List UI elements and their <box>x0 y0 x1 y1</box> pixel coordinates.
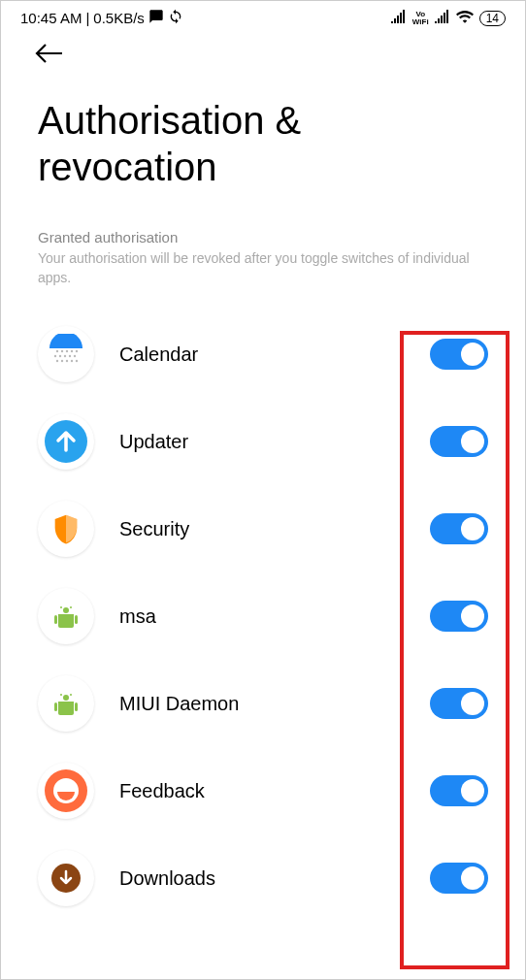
sync-icon <box>168 9 183 27</box>
list-item: Feedback <box>38 747 488 834</box>
status-data-rate: 0.5KB/s <box>93 10 145 26</box>
status-bar-right: VoWiFi 14 <box>391 10 506 26</box>
svg-point-22 <box>63 695 69 701</box>
section-title: Granted authorisation <box>38 229 488 245</box>
svg-point-15 <box>76 360 78 362</box>
app-label: Calendar <box>119 343 405 366</box>
toggle-downloads[interactable] <box>430 863 488 894</box>
svg-point-12 <box>61 360 63 362</box>
app-label: msa <box>119 605 405 628</box>
svg-point-23 <box>60 694 62 696</box>
svg-rect-20 <box>54 615 57 624</box>
list-item: Security <box>38 485 488 572</box>
app-label: Feedback <box>119 780 405 802</box>
svg-point-8 <box>64 355 66 357</box>
svg-point-9 <box>69 355 71 357</box>
list-item: msa <box>38 572 488 660</box>
svg-point-24 <box>70 694 72 696</box>
svg-rect-26 <box>75 702 78 711</box>
app-label: Downloads <box>119 867 405 890</box>
updater-icon <box>38 413 94 470</box>
svg-point-7 <box>59 355 61 357</box>
toggle-calendar[interactable] <box>430 339 488 370</box>
toggle-security[interactable] <box>430 513 488 544</box>
svg-point-5 <box>76 350 78 352</box>
svg-point-19 <box>70 606 72 608</box>
signal-icon-2 <box>435 10 450 26</box>
list-item: Calendar <box>38 310 488 398</box>
calendar-icon <box>38 326 94 382</box>
list-item: Downloads <box>38 834 488 922</box>
svg-point-11 <box>56 360 58 362</box>
security-icon <box>38 501 94 557</box>
app-list: Calendar Updater Security msa MIUI Daemo… <box>1 310 525 922</box>
battery-indicator: 14 <box>479 11 506 26</box>
svg-point-17 <box>63 607 69 613</box>
status-bar-left: 10:45 AM | 0.5KB/s <box>20 9 183 27</box>
svg-point-4 <box>71 350 73 352</box>
svg-point-1 <box>56 350 58 352</box>
back-button[interactable] <box>1 35 525 97</box>
app-label: Security <box>119 518 405 540</box>
svg-rect-25 <box>54 702 57 711</box>
signal-icon-1 <box>391 10 407 26</box>
list-item: Updater <box>38 398 488 485</box>
app-label: Updater <box>119 431 405 453</box>
svg-point-6 <box>54 355 56 357</box>
svg-point-10 <box>74 355 76 357</box>
downloads-icon <box>38 850 94 906</box>
status-time: 10:45 AM <box>20 10 82 26</box>
status-bar: 10:45 AM | 0.5KB/s VoWiFi 14 <box>1 1 525 35</box>
app-label: MIUI Daemon <box>119 693 405 715</box>
wifi-icon <box>456 10 474 26</box>
svg-point-3 <box>66 350 68 352</box>
toggle-feedback[interactable] <box>430 775 488 806</box>
vowifi-indicator: VoWiFi <box>412 11 429 26</box>
section-description: Your authorisation will be revoked after… <box>38 249 488 287</box>
msa-icon <box>38 588 94 644</box>
page-title: Authorisation & revocation <box>1 97 525 190</box>
svg-point-14 <box>71 360 73 362</box>
section-header: Granted authorisation Your authorisation… <box>1 229 525 287</box>
miui-daemon-icon <box>38 675 94 732</box>
feedback-icon <box>38 763 94 819</box>
toggle-updater[interactable] <box>430 426 488 457</box>
toggle-miui-daemon[interactable] <box>430 688 488 719</box>
chat-icon <box>148 9 164 27</box>
svg-point-2 <box>61 350 63 352</box>
toggle-msa[interactable] <box>430 601 488 632</box>
svg-point-13 <box>66 360 68 362</box>
svg-rect-21 <box>75 615 78 624</box>
list-item: MIUI Daemon <box>38 660 488 747</box>
svg-point-18 <box>60 606 62 608</box>
